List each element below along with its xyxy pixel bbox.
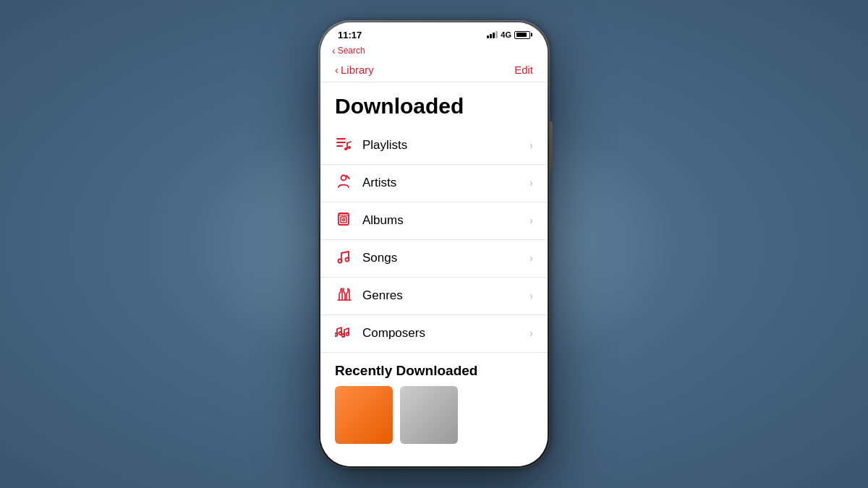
artists-icon bbox=[335, 174, 352, 192]
playlists-item[interactable]: Playlists › bbox=[320, 127, 548, 165]
playlists-icon bbox=[335, 137, 352, 155]
playlists-left: Playlists bbox=[335, 137, 407, 155]
network-label: 4G bbox=[501, 30, 511, 39]
songs-chevron-icon: › bbox=[529, 252, 533, 264]
edit-button[interactable]: Edit bbox=[514, 64, 533, 76]
library-chevron-icon: ‹ bbox=[335, 64, 339, 76]
svg-point-17 bbox=[342, 334, 345, 337]
library-back-button[interactable]: ‹ Library bbox=[335, 64, 374, 76]
playlists-label: Playlists bbox=[362, 138, 407, 153]
recently-downloaded-title: Recently Downloaded bbox=[320, 353, 548, 386]
albums-icon bbox=[335, 212, 352, 230]
composers-label: Composers bbox=[362, 326, 425, 341]
genres-item[interactable]: Genres › bbox=[320, 278, 548, 315]
svg-line-6 bbox=[346, 176, 349, 179]
phone-screen: 11:17 4G ‹ Search ‹ Library bbox=[320, 22, 548, 466]
genres-chevron-icon: › bbox=[529, 290, 533, 301]
composers-item[interactable]: Composers › bbox=[320, 315, 548, 353]
back-chevron-icon: ‹ bbox=[332, 45, 336, 56]
back-search-button[interactable]: ‹ Search bbox=[332, 45, 536, 56]
svg-point-16 bbox=[339, 332, 342, 335]
albums-chevron-icon: › bbox=[529, 215, 533, 226]
nav-bar: ‹ Library Edit bbox=[320, 61, 548, 82]
svg-point-3 bbox=[344, 147, 347, 150]
artists-item[interactable]: Artists › bbox=[320, 165, 548, 202]
signal-icon bbox=[487, 31, 498, 38]
albums-left: Albums bbox=[335, 212, 404, 230]
playlists-chevron-icon: › bbox=[529, 140, 533, 151]
svg-point-5 bbox=[341, 175, 346, 180]
songs-icon bbox=[335, 249, 352, 267]
status-right-icons: 4G bbox=[487, 30, 530, 39]
composers-chevron-icon: › bbox=[529, 328, 533, 339]
album-art-2 bbox=[400, 386, 458, 444]
svg-point-11 bbox=[343, 218, 345, 221]
main-content: Downloaded Pl bbox=[320, 82, 548, 466]
phone-frame: 11:17 4G ‹ Search ‹ Library bbox=[318, 20, 550, 468]
recently-downloaded-row bbox=[320, 386, 548, 444]
songs-item[interactable]: Songs › bbox=[320, 240, 548, 278]
album-thumb-1[interactable] bbox=[335, 386, 393, 444]
composers-left: Composers bbox=[335, 325, 425, 343]
back-search-label: Search bbox=[338, 46, 365, 56]
library-label: Library bbox=[341, 64, 374, 76]
svg-rect-10 bbox=[341, 217, 346, 223]
status-time: 11:17 bbox=[338, 30, 362, 40]
album-thumb-2[interactable] bbox=[400, 386, 458, 444]
artists-left: Artists bbox=[335, 174, 396, 192]
songs-left: Songs bbox=[335, 249, 397, 267]
albums-item[interactable]: Albums › bbox=[320, 202, 548, 240]
genres-label: Genres bbox=[362, 288, 403, 303]
status-bar: 11:17 4G bbox=[320, 22, 548, 43]
battery-icon bbox=[514, 31, 530, 39]
svg-point-13 bbox=[346, 257, 349, 261]
album-art-1 bbox=[335, 386, 393, 444]
svg-point-18 bbox=[346, 333, 349, 335]
back-search-nav: ‹ Search bbox=[320, 43, 548, 61]
genres-left: Genres bbox=[335, 287, 403, 305]
artists-label: Artists bbox=[362, 176, 396, 190]
svg-point-4 bbox=[348, 146, 351, 149]
artists-chevron-icon: › bbox=[529, 177, 533, 189]
page-title: Downloaded bbox=[320, 82, 548, 127]
albums-label: Albums bbox=[362, 213, 404, 228]
composers-icon bbox=[335, 325, 352, 343]
svg-point-15 bbox=[335, 333, 338, 336]
songs-label: Songs bbox=[362, 251, 397, 265]
svg-point-12 bbox=[339, 259, 342, 262]
genres-icon bbox=[335, 287, 352, 305]
battery-fill bbox=[516, 33, 527, 37]
